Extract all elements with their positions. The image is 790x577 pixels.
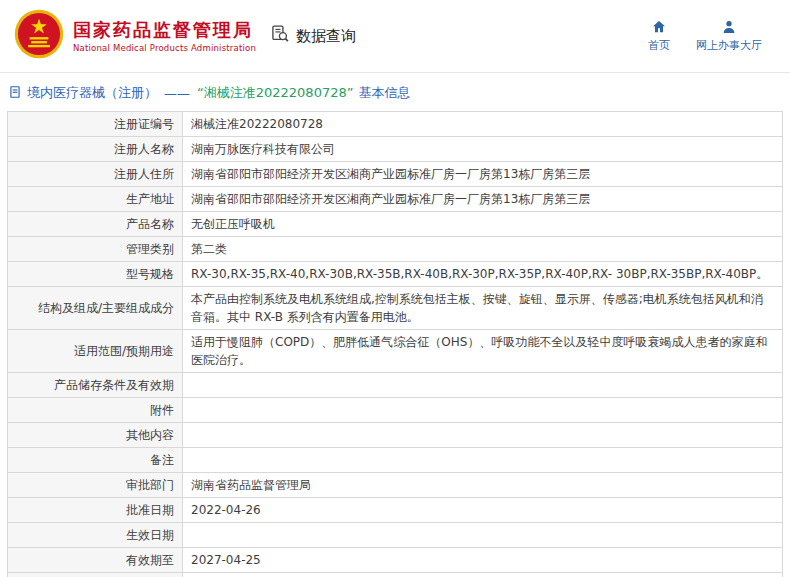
field-label: 其他内容 (8, 423, 183, 448)
row-cert-number: 注册证编号 湘械注准20222080728 (8, 112, 783, 137)
row-model-spec: 型号规格 RX-30,RX-35,RX-40,RX-30B,RX-35B,RX-… (8, 262, 783, 287)
data-query-title: 数据查询 (270, 24, 356, 48)
field-label: 适用范围/预期用途 (8, 330, 183, 373)
nav-online-hall-label: 网上办事大厅 (696, 38, 762, 53)
field-label: 有效期至 (8, 548, 183, 573)
header: 国家药品监督管理局 National Medical Products Admi… (0, 0, 790, 72)
document-search-icon (270, 24, 290, 48)
field-value: 湖南省邵阳市邵阳经济开发区湘商产业园标准厂房一厂房第13栋厂房第三层 (183, 187, 783, 212)
field-value (183, 373, 783, 398)
row-expiry-date: 有效期至 2027-04-25 (8, 548, 783, 573)
field-value: 第二类 (183, 237, 783, 262)
breadcrumb-suffix: 基本信息 (358, 84, 410, 102)
row-registrant-name: 注册人名称 湖南万脉医疗科技有限公司 (8, 137, 783, 162)
field-label: 注册人住所 (8, 162, 183, 187)
field-label: 批准日期 (8, 498, 183, 523)
field-label: 结构及组成/主要组成成分 (8, 287, 183, 330)
registration-info-table: 注册证编号 湘械注准20222080728 注册人名称 湖南万脉医疗科技有限公司… (7, 111, 783, 577)
row-approval-department: 审批部门 湖南省药品监督管理局 (8, 473, 783, 498)
org-name-en: National Medical Products Administration (73, 43, 256, 53)
row-remarks: 备注 (8, 448, 783, 473)
brand-text: 国家药品监督管理局 National Medical Products Admi… (73, 19, 256, 54)
field-label: 审批部门 (8, 473, 183, 498)
breadcrumb-prefix: 境内医疗器械（注册） (27, 84, 157, 102)
brand-logo[interactable]: 国家药品监督管理局 National Medical Products Admi… (14, 9, 256, 63)
nav-home[interactable]: 首页 (648, 19, 670, 53)
section-title-label: 数据查询 (296, 27, 356, 46)
breadcrumb-cert-number: “湘械注准20222080728” (197, 84, 353, 102)
field-value (183, 398, 783, 423)
row-product-name: 产品名称 无创正压呼吸机 (8, 212, 783, 237)
field-value (183, 423, 783, 448)
field-label: 附件 (8, 398, 183, 423)
row-change-info: 变更情况 (8, 573, 783, 577)
row-management-category: 管理类别 第二类 (8, 237, 783, 262)
home-icon (651, 19, 667, 35)
row-approval-date: 批准日期 2022-04-26 (8, 498, 783, 523)
row-effective-date: 生效日期 (8, 523, 783, 548)
row-production-address: 生产地址 湖南省邵阳市邵阳经济开发区湘商产业园标准厂房一厂房第13栋厂房第三层 (8, 187, 783, 212)
field-label: 生效日期 (8, 523, 183, 548)
field-value (183, 523, 783, 548)
field-value: 适用于慢阻肺（COPD）、肥胖低通气综合征（OHS）、呼吸功能不全以及轻中度呼吸… (183, 330, 783, 373)
field-value: 2027-04-25 (183, 548, 783, 573)
national-emblem-icon (14, 9, 64, 63)
field-value: RX-30,RX-35,RX-40,RX-30B,RX-35B,RX-40B,R… (183, 262, 783, 287)
field-label: 产品名称 (8, 212, 183, 237)
field-label: 变更情况 (8, 573, 183, 577)
field-value: 湖南万脉医疗科技有限公司 (183, 137, 783, 162)
field-label: 生产地址 (8, 187, 183, 212)
row-registrant-address: 注册人住所 湖南省邵阳市邵阳经济开发区湘商产业园标准厂房一厂房第13栋厂房第三层 (8, 162, 783, 187)
field-label: 产品储存条件及有效期 (8, 373, 183, 398)
field-value: 湖南省药品监督管理局 (183, 473, 783, 498)
person-icon (721, 19, 737, 35)
breadcrumb-dash: —— (164, 86, 190, 101)
field-label: 注册证编号 (8, 112, 183, 137)
nav-home-label: 首页 (648, 38, 670, 53)
nav-online-hall[interactable]: 网上办事大厅 (696, 19, 762, 53)
breadcrumb: 境内医疗器械（注册） —— “湘械注准20222080728” 基本信息 (0, 73, 790, 111)
field-value (183, 573, 783, 577)
row-structure-composition: 结构及组成/主要组成成分 本产品由控制系统及电机系统组成,控制系统包括主板、按键… (8, 287, 783, 330)
field-value: 2022-04-26 (183, 498, 783, 523)
field-label: 备注 (8, 448, 183, 473)
row-storage-validity: 产品储存条件及有效期 (8, 373, 783, 398)
row-intended-use: 适用范围/预期用途 适用于慢阻肺（COPD）、肥胖低通气综合征（OHS）、呼吸功… (8, 330, 783, 373)
top-navigation: 首页 网上办事大厅 (648, 19, 776, 53)
field-value (183, 448, 783, 473)
org-name-cn: 国家药品监督管理局 (73, 19, 256, 41)
document-icon (8, 85, 22, 102)
row-attachments: 附件 (8, 398, 783, 423)
field-label: 管理类别 (8, 237, 183, 262)
field-label: 注册人名称 (8, 137, 183, 162)
field-value: 湘械注准20222080728 (183, 112, 783, 137)
row-other-content: 其他内容 (8, 423, 783, 448)
field-value: 湖南省邵阳市邵阳经济开发区湘商产业园标准厂房一厂房第13栋厂房第三层 (183, 162, 783, 187)
field-label: 型号规格 (8, 262, 183, 287)
field-value: 本产品由控制系统及电机系统组成,控制系统包括主板、按键、旋钮、显示屏、传感器;电… (183, 287, 783, 330)
page: 国家药品监督管理局 National Medical Products Admi… (0, 0, 790, 577)
field-value: 无创正压呼吸机 (183, 212, 783, 237)
